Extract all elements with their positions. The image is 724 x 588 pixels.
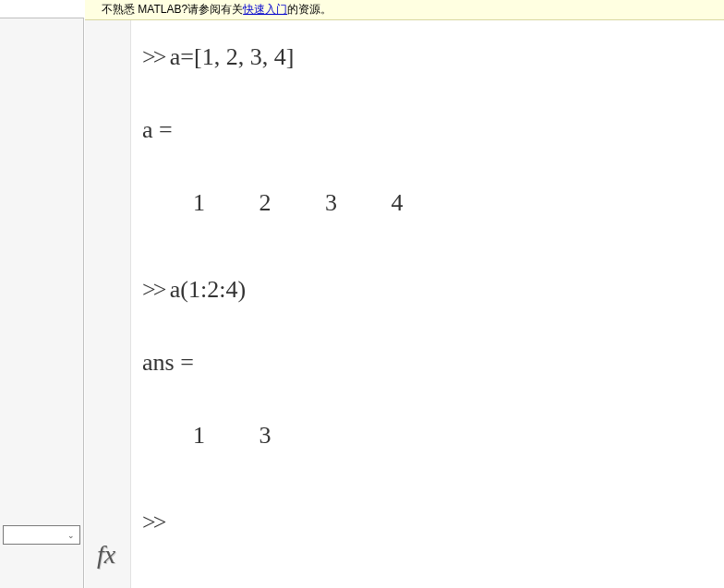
command-line-2: >> a(1:2:4) — [142, 271, 724, 307]
output-block-2: ans = 1 3 — [142, 344, 724, 453]
output-values: 1 3 — [142, 417, 724, 453]
prompt-symbol: >> — [142, 43, 163, 70]
output-label: a = — [142, 112, 724, 148]
prompt-symbol: >> — [142, 509, 163, 535]
help-bar-pre-text: 不熟悉 MATLAB?请参阅有关 — [102, 2, 243, 18]
getting-started-help-bar: 不熟悉 MATLAB?请参阅有关 快速入门 的资源。 — [85, 0, 724, 20]
command-text: a=[1, 2, 3, 4] — [170, 43, 295, 70]
getting-started-link[interactable]: 快速入门 — [243, 2, 287, 18]
output-values: 1 2 3 4 — [142, 185, 724, 221]
command-gutter — [85, 20, 131, 588]
help-bar-post-text: 的资源。 — [287, 2, 332, 18]
fx-icon[interactable]: fx — [97, 540, 127, 570]
command-window[interactable]: >> a=[1, 2, 3, 4] a = 1 2 3 4 >> a(1:2:4… — [131, 20, 724, 588]
command-line-1: >> a=[1, 2, 3, 4] — [142, 39, 724, 75]
output-block-1: a = 1 2 3 4 — [142, 112, 724, 221]
left-panel-header — [0, 0, 84, 18]
workspace-dropdown[interactable]: ⌄ — [3, 525, 80, 545]
output-label: ans = — [142, 344, 724, 380]
chevron-down-icon: ⌄ — [63, 527, 78, 543]
command-text: a(1:2:4) — [170, 276, 246, 303]
command-prompt-current[interactable]: >> — [142, 504, 724, 540]
left-side-panel: ⌄ — [0, 0, 84, 588]
prompt-symbol: >> — [142, 276, 163, 303]
